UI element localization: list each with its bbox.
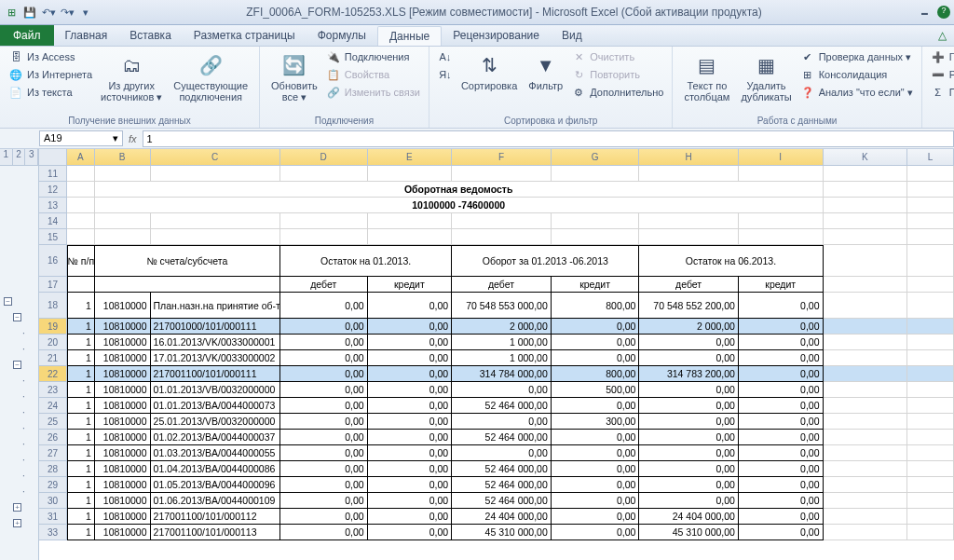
cell[interactable] [552,213,640,229]
cell[interactable] [824,366,908,382]
cell[interactable]: 01.05.2013/BA/0044000096 [151,477,280,493]
cell[interactable]: 1 [67,461,95,477]
outline-expand-icon[interactable]: + [0,515,39,531]
cell[interactable] [907,350,954,366]
col-header[interactable]: C [151,149,280,166]
help-icon[interactable]: ? [937,6,950,19]
cell[interactable]: 0,00 [280,335,368,350]
cell[interactable]: 2 000,00 [639,319,739,335]
cell[interactable] [639,166,739,182]
cell[interactable]: 1 000,00 [452,335,552,350]
cell[interactable] [907,229,954,245]
save-icon[interactable]: 💾 [22,5,37,20]
cell[interactable] [368,213,453,229]
cell[interactable] [67,277,95,293]
cell[interactable]: дебет [280,277,368,293]
cell[interactable]: 0,00 [739,493,824,509]
row-header[interactable]: 11 [39,166,67,182]
cell[interactable]: 01.01.2013/BA/0044000073 [151,398,280,414]
cell[interactable]: 1 [67,430,95,445]
cell[interactable]: 217001000/101/000111 [151,319,280,335]
cell[interactable] [739,229,824,245]
cell[interactable] [907,509,954,525]
cell[interactable]: 01.06.2013/BA/0044000109 [151,493,280,509]
cell[interactable] [907,525,954,540]
cell[interactable]: 0,00 [639,430,739,445]
row-header[interactable]: 33 [39,525,67,540]
cell[interactable]: Оборот за 01.2013 -06.2013 [452,245,639,277]
cell[interactable] [824,382,908,398]
cell[interactable] [907,213,954,229]
formula-input[interactable]: 1 [143,130,954,147]
from-text-button[interactable]: 📄Из текста [6,84,95,101]
cell[interactable] [368,166,453,182]
cell[interactable] [452,166,552,182]
cell[interactable]: 0,00 [368,350,453,366]
ribbon-toggle-icon[interactable]: 🗕 [915,6,934,19]
cell[interactable]: 0,00 [552,509,640,525]
cell[interactable]: 0,00 [452,445,552,461]
cell[interactable]: 52 464 000,00 [452,398,552,414]
cell[interactable]: 0,00 [739,509,824,525]
cell[interactable]: 0,00 [280,525,368,540]
cell[interactable]: 10810000 [95,335,151,350]
cell[interactable] [67,213,95,229]
cell[interactable] [824,493,908,509]
cell[interactable]: 0,00 [552,430,640,445]
cell[interactable]: 10810000 [95,430,151,445]
cell[interactable]: кредит [739,277,824,293]
fx-icon[interactable]: fx [129,133,137,144]
tab-insert[interactable]: Вставка [118,26,183,45]
ungroup-button[interactable]: ➖Разгруппировать ▾ [928,66,954,83]
cell[interactable] [824,350,908,366]
cell[interactable] [907,198,954,213]
col-header[interactable]: E [368,149,453,166]
filter-button[interactable]: ▼Фильтр [523,48,568,93]
row-header[interactable]: 21 [39,350,67,366]
cell[interactable]: 0,00 [280,398,368,414]
file-tab[interactable]: Файл [0,25,54,46]
cell[interactable] [67,198,95,213]
row-header[interactable]: 14 [39,213,67,229]
cell[interactable] [67,229,95,245]
cell[interactable] [907,382,954,398]
cell[interactable]: 0,00 [552,350,640,366]
cell[interactable]: 0,00 [280,430,368,445]
cell[interactable]: 0,00 [639,477,739,493]
cell[interactable]: 0,00 [552,477,640,493]
cell[interactable]: 2 000,00 [452,319,552,335]
cell[interactable] [907,277,954,293]
cell[interactable]: 1 [67,293,95,319]
cell[interactable]: 0,00 [368,461,453,477]
cell[interactable]: кредит [552,277,640,293]
cell[interactable] [739,213,824,229]
cell[interactable]: 0,00 [739,461,824,477]
cell[interactable]: 0,00 [739,366,824,382]
cell[interactable]: 217001100/101/000113 [151,525,280,540]
col-header[interactable]: L [907,149,954,166]
chevron-down-icon[interactable]: ▾ [113,132,118,144]
cell[interactable] [907,182,954,198]
cell[interactable] [452,213,552,229]
cell[interactable]: кредит [368,277,453,293]
cell[interactable]: 16.01.2013/VK/0033000001 [151,335,280,350]
cell[interactable] [824,477,908,493]
cell[interactable] [907,245,954,277]
col-header[interactable]: B [95,149,151,166]
cell[interactable]: Оборотная ведомость [95,182,824,198]
cell[interactable] [907,319,954,335]
cell[interactable] [907,414,954,430]
cell[interactable] [452,229,552,245]
cell[interactable]: 10100000 -74600000 [95,198,824,213]
select-all-corner[interactable] [39,149,67,166]
properties-button[interactable]: 📋Свойства [323,66,423,83]
row-header[interactable]: 13 [39,198,67,213]
cell[interactable]: 52 464 000,00 [452,430,552,445]
sort-za-button[interactable]: Я↓ [435,66,456,83]
cell[interactable]: № счета/субсчета [95,245,280,277]
cell[interactable]: 10810000 [95,319,151,335]
outline-level-2[interactable]: 2 [13,149,26,165]
cell[interactable]: 0,00 [368,525,453,540]
cell[interactable]: 0,00 [280,366,368,382]
cell[interactable] [907,335,954,350]
